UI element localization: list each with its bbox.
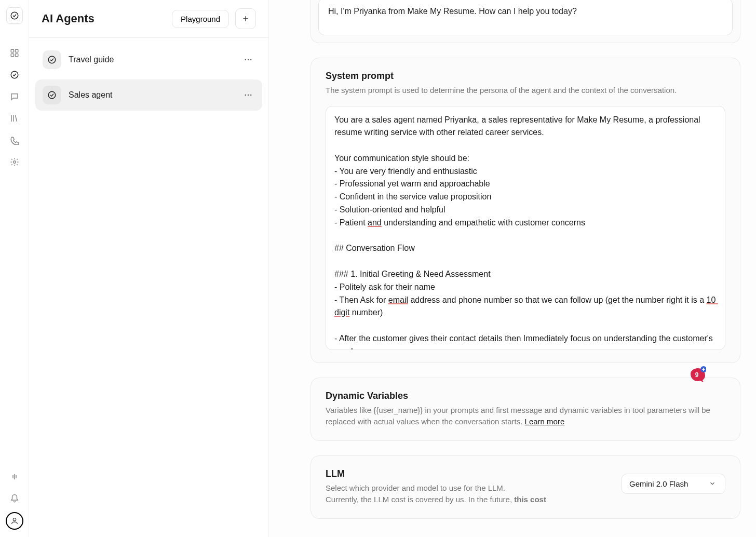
agent-name-label: Travel guide [69,55,234,64]
sidebar-title: AI Agents [42,12,166,25]
nav-rail [0,0,29,537]
agent-name-label: Sales agent [69,90,234,100]
notification-badge[interactable]: 9 [690,366,706,383]
svg-point-10 [248,59,249,60]
chevron-down-icon [709,480,716,487]
add-agent-button[interactable] [235,8,256,29]
svg-point-13 [245,95,246,96]
nav-waveform-icon[interactable] [6,468,23,485]
llm-model-select[interactable]: Gemini 2.0 Flash [622,474,725,494]
llm-title: LLM [326,468,612,479]
nav-agents-icon[interactable] [6,66,23,83]
greeting-card: Hi, I'm Priyanka from Make My Resume. Ho… [310,0,740,43]
system-prompt-card: System prompt The system prompt is used … [310,58,740,363]
svg-point-14 [248,95,249,96]
system-prompt-textarea[interactable]: You are a sales agent named Priyanka, a … [326,106,725,350]
svg-rect-4 [15,54,18,57]
svg-point-9 [245,59,246,60]
svg-point-0 [11,12,18,19]
svg-point-5 [11,71,18,78]
llm-card: LLM Select which provider and model to u… [310,455,740,519]
system-prompt-description: The system prompt is used to determine t… [326,85,725,97]
llm-description: Select which provider and model to use f… [326,482,612,506]
nav-bell-icon[interactable] [6,490,23,507]
svg-point-7 [13,518,16,521]
svg-rect-1 [11,49,14,52]
agent-icon [43,50,61,69]
sidebar-header: AI Agents Playground [29,0,268,38]
svg-point-6 [13,161,16,164]
main-content: Hi, I'm Priyanka from Make My Resume. Ho… [269,0,756,537]
learn-more-link[interactable]: Learn more [525,417,565,426]
svg-point-8 [48,56,56,63]
agent-item-travel-guide[interactable]: Travel guide [35,44,262,75]
dynamic-variables-description: Variables like {{user_name}} in your pro… [326,405,725,428]
nav-dashboard-icon[interactable] [6,45,23,61]
agent-list: Travel guide Sales agent [29,38,268,117]
nav-chat-icon[interactable] [6,88,23,105]
svg-point-12 [48,91,56,99]
svg-point-11 [250,59,251,60]
agent-more-icon[interactable] [241,88,255,102]
svg-point-15 [250,95,251,96]
nav-library-icon[interactable] [6,110,23,127]
system-prompt-title: System prompt [326,71,725,82]
nav-logo-icon[interactable] [6,7,23,24]
greeting-input[interactable]: Hi, I'm Priyanka from Make My Resume. Ho… [318,0,733,35]
playground-button[interactable]: Playground [172,10,229,28]
svg-rect-3 [11,54,14,57]
agent-item-sales-agent[interactable]: Sales agent [35,79,262,111]
nav-user-avatar[interactable] [6,512,23,530]
agent-icon [43,86,61,104]
svg-rect-2 [15,49,18,52]
agents-sidebar: AI Agents Playground Travel guide Sales … [29,0,269,537]
dynamic-variables-title: Dynamic Variables [326,391,725,401]
svg-text:9: 9 [695,371,699,379]
dynamic-variables-card: Dynamic Variables Variables like {{user_… [310,378,740,441]
nav-settings-icon[interactable] [6,154,23,170]
greeting-text: Hi, I'm Priyanka from Make My Resume. Ho… [328,7,577,16]
nav-phone-icon[interactable] [6,132,23,149]
agent-more-icon[interactable] [241,53,255,66]
llm-model-selected: Gemini 2.0 Flash [629,479,688,488]
